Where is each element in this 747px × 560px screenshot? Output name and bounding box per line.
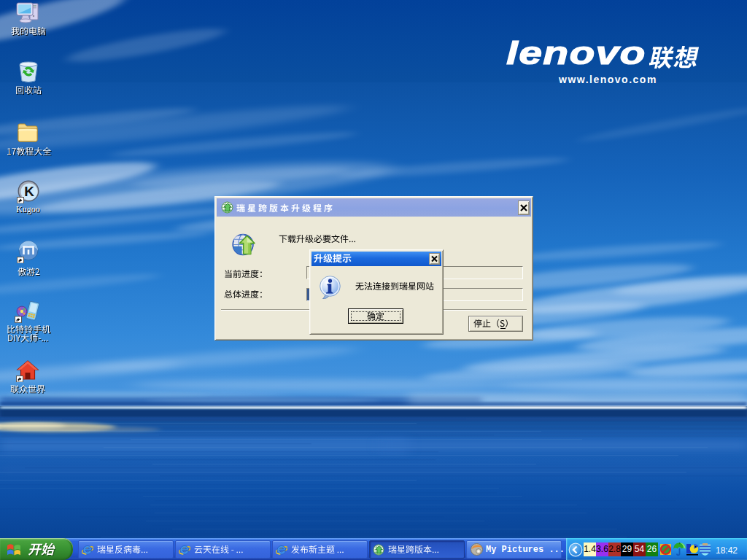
svg-text:K: K [24, 184, 34, 199]
